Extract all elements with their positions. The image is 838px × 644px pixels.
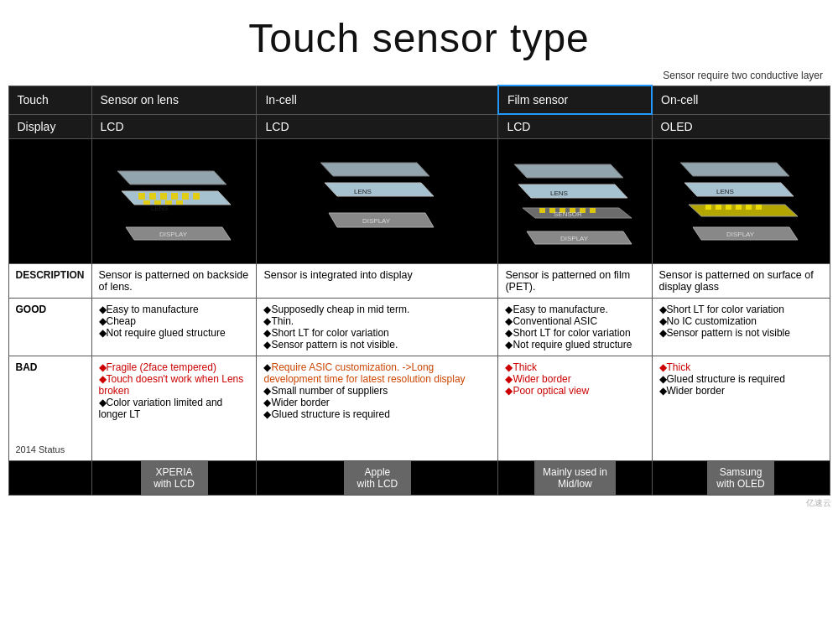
svg-rect-23 <box>539 208 545 213</box>
status-col4: Samsung with OLED <box>652 461 830 496</box>
page-title: Touch sensor type <box>0 0 838 66</box>
svg-rect-6 <box>171 193 178 200</box>
header-col4-touch: On-cell <box>652 86 830 114</box>
svg-marker-44 <box>680 163 789 176</box>
svg-rect-5 <box>160 193 167 200</box>
desc-col3: Sensor is patterned on film (PET). <box>498 264 652 299</box>
svg-text:LENS: LENS <box>550 190 568 197</box>
svg-marker-35 <box>689 205 798 216</box>
image-empty-cell <box>8 139 91 264</box>
good-col2: ◆Supposedly cheap in mid term. ◆Thin. ◆S… <box>257 299 498 356</box>
svg-rect-7 <box>182 193 189 200</box>
header-row-display: Display LCD LCD LCD OLED <box>8 114 830 139</box>
svg-text:SENSOR: SENSOR <box>554 210 582 218</box>
good-col4: ◆Short LT for color variation ◆No IC cus… <box>652 299 830 356</box>
status-empty <box>8 461 91 496</box>
svg-rect-3 <box>138 193 145 200</box>
image-col4: DISPLAY LENS <box>652 139 830 264</box>
desc-col4: Sensor is patterned on surface of displa… <box>652 264 830 299</box>
svg-text:LENS: LENS <box>354 188 372 195</box>
header-col1-display: LCD <box>91 114 257 139</box>
svg-text:DISPLAY: DISPLAY <box>362 217 391 225</box>
bad-col3: ◆Thick ◆Wider border ◆Poor optical view <box>498 356 652 461</box>
svg-text:DISPLAY: DISPLAY <box>726 231 755 238</box>
svg-marker-19 <box>320 163 429 176</box>
bad-col2: ◆Require ASIC customization. ->Long deve… <box>257 356 498 461</box>
subtitle: Sensor require two conductive layer <box>0 66 838 85</box>
header-col3-touch: Film sensor <box>498 86 652 114</box>
status-col1: XPERIA with LCD <box>91 461 257 496</box>
watermark: 亿速云 <box>0 496 838 511</box>
svg-rect-4 <box>149 193 156 200</box>
status-row: XPERIA with LCD Apple with LCD Mainly us… <box>8 461 830 496</box>
svg-rect-37 <box>716 205 721 210</box>
svg-text:LENS: LENS <box>151 205 169 212</box>
good-col1: ◆Easy to manufacture ◆Cheap ◆Not require… <box>91 299 257 356</box>
good-col3: ◆Easy to manufacture. ◆Conventional ASIC… <box>498 299 652 356</box>
svg-text:DISPLAY: DISPLAY <box>159 231 188 238</box>
status-col3: Mainly used in Mid/low <box>498 461 652 496</box>
image-col1: DISPLAY LENS <box>91 139 257 264</box>
good-label: GOOD <box>8 299 91 356</box>
header-col1-touch: Sensor on lens <box>91 86 257 114</box>
svg-marker-42 <box>684 183 794 196</box>
svg-marker-17 <box>325 183 434 196</box>
svg-rect-39 <box>736 205 742 210</box>
header-col3-display: LCD <box>498 114 652 139</box>
header-col2-display: LCD <box>257 114 498 139</box>
svg-marker-32 <box>514 164 623 178</box>
svg-rect-38 <box>726 205 731 210</box>
svg-rect-41 <box>756 205 762 210</box>
svg-marker-14 <box>117 171 226 184</box>
status-col2: Apple with LCD <box>257 461 498 496</box>
bad-col1: ◆Fragile (2face tempered) ◆Touch doesn't… <box>91 356 257 461</box>
bad-label: BAD 2014 Status <box>8 356 91 461</box>
image-row: DISPLAY LENS <box>8 139 830 264</box>
svg-rect-36 <box>705 205 711 210</box>
description-row: DESCRIPTION Sensor is patterned on backs… <box>8 264 830 299</box>
svg-rect-40 <box>746 205 752 210</box>
good-row: GOOD ◆Easy to manufacture ◆Cheap ◆Not re… <box>8 299 830 356</box>
svg-rect-12 <box>176 200 183 205</box>
image-col3: DISPLAY SENSOR LENS <box>498 139 652 264</box>
bad-col4: ◆Thick ◆Glued structure is required ◆Wid… <box>652 356 830 461</box>
desc-col1: Sensor is patterned on backside of lens. <box>91 264 257 299</box>
svg-rect-28 <box>590 208 596 213</box>
desc-col2: Sensor is integrated into display <box>257 264 498 299</box>
header-row-touch: Touch Sensor on lens In-cell Film sensor… <box>8 86 830 114</box>
image-col2: DISPLAY LENS <box>257 139 498 264</box>
header-col2-touch: In-cell <box>257 86 498 114</box>
desc-label: DESCRIPTION <box>8 264 91 299</box>
svg-text:DISPLAY: DISPLAY <box>560 235 589 242</box>
header-col4-display: OLED <box>652 114 830 139</box>
svg-marker-30 <box>518 184 627 198</box>
svg-rect-8 <box>193 193 200 200</box>
svg-text:LENS: LENS <box>716 188 734 195</box>
header-touch-label: Touch <box>8 86 91 114</box>
svg-rect-9 <box>143 200 150 205</box>
header-display-label: Display <box>8 114 91 139</box>
bad-row: BAD 2014 Status ◆Fragile (2face tempered… <box>8 356 830 461</box>
